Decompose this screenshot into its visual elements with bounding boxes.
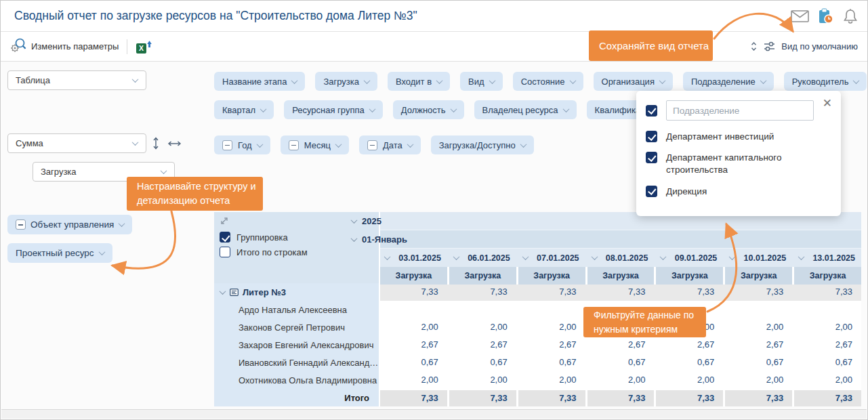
value-cell: 2,67 — [380, 336, 447, 354]
filter-chip[interactable]: Загрузка — [315, 72, 377, 91]
collapse-icon[interactable] — [289, 140, 299, 150]
collapse-icon[interactable] — [222, 140, 232, 150]
aggregation-select[interactable]: Сумма — [7, 133, 146, 153]
table-row[interactable]: Ардо Наталья Алексеевна — [214, 301, 861, 318]
table-row[interactable]: Литер №37,337,337,337,337,337,337,33 — [214, 283, 861, 301]
filter-chip[interactable]: Должность — [393, 100, 464, 119]
column-header[interactable]: 06.01.2025 — [449, 249, 516, 267]
filter-chip[interactable]: Месяц — [281, 135, 349, 154]
measure-value: Загрузка — [41, 167, 77, 177]
grouping-checkbox[interactable] — [220, 232, 230, 243]
column-header[interactable]: 08.01.2025 — [587, 249, 655, 267]
month-header[interactable]: 01-Январь — [380, 230, 861, 249]
header-icons — [791, 1, 858, 31]
value-cell: 7,33 — [587, 283, 655, 301]
report-window: Сводный отчет по загрузке ресурсов на "С… — [0, 0, 868, 420]
filter-chip[interactable]: Организация — [594, 72, 673, 91]
column-header[interactable]: 13.01.2025 — [794, 249, 861, 267]
filter-chip[interactable]: Входит в — [388, 72, 450, 91]
collapse-icon[interactable] — [16, 219, 26, 230]
item-checkbox[interactable] — [646, 186, 657, 197]
chevron-down-icon — [760, 77, 766, 84]
row-dimension-chip[interactable]: Проектный ресурс — [7, 243, 112, 263]
table-row[interactable]: Законов Сергей Петрович2,002,002,002,002… — [214, 318, 861, 336]
chevron-down-icon — [436, 77, 443, 84]
column-header[interactable]: 07.01.2025 — [518, 249, 585, 267]
column-header[interactable]: 03.01.2025 — [380, 249, 447, 267]
bottom-strip — [1, 409, 867, 419]
filter-chip[interactable]: Год — [214, 135, 270, 154]
close-icon[interactable]: ✕ — [823, 98, 832, 109]
sort-updown-icon[interactable] — [750, 41, 758, 52]
table-row[interactable]: Итого7,337,337,337,337,337,337,33 — [214, 389, 861, 406]
totals-rows-checkbox[interactable] — [220, 247, 230, 257]
filter-chip[interactable]: Состояние — [513, 72, 583, 91]
select-all-checkbox[interactable] — [646, 105, 657, 117]
filter-chip[interactable]: Дата — [359, 135, 421, 154]
view-type-select[interactable]: Таблица — [7, 70, 146, 90]
table-row[interactable]: Ивановский Геннадий Александ…0,670,670,6… — [214, 354, 861, 371]
item-checkbox[interactable] — [646, 152, 657, 163]
value-cell: 2,00 — [380, 318, 447, 336]
table-row[interactable]: Охотникова Ольга Владимировна2,002,002,0… — [214, 371, 861, 389]
filter-chip[interactable]: Руководитель — [784, 72, 867, 91]
filter-chip[interactable]: Вид — [460, 72, 503, 91]
callout-structure-line2: детализацию отчета — [137, 194, 253, 208]
expand-icon[interactable] — [220, 216, 229, 228]
value-cell: 7,33 — [449, 389, 516, 406]
pivot-body: Литер №37,337,337,337,337,337,337,33Ардо… — [214, 283, 861, 406]
value-cell: 7,33 — [794, 389, 861, 406]
value-cell: 2,00 — [725, 318, 792, 336]
magnifier-gear-icon — [10, 38, 26, 55]
person-row-label: Охотникова Ольга Владимировна — [214, 375, 377, 385]
column-header[interactable]: 10.01.2025 — [725, 249, 792, 267]
toolbar-divider — [127, 39, 127, 54]
value-cell: 7,33 — [518, 283, 585, 301]
collapse-icon[interactable] — [367, 140, 377, 150]
mail-icon[interactable] — [791, 9, 809, 23]
popup-item[interactable]: Дирекция — [646, 186, 831, 198]
callout-structure: Настраивайте структуру и детализацию отч… — [127, 177, 263, 211]
vertical-arrow-icon — [152, 137, 159, 150]
filter-chip[interactable]: Загрузка/Доступно — [431, 135, 534, 154]
filter-chip[interactable]: Владелец ресурса — [474, 100, 577, 119]
filter-chip[interactable]: Название этапа — [214, 72, 305, 91]
value-cell: 7,33 — [725, 283, 792, 301]
chevron-down-icon — [119, 220, 125, 227]
bell-icon[interactable] — [843, 8, 858, 24]
chevron-down-icon[interactable] — [351, 217, 358, 224]
popup-search-input[interactable] — [666, 100, 814, 121]
chevron-down-icon[interactable] — [351, 235, 358, 242]
value-cell: 2,67 — [518, 336, 585, 354]
filter-chip-label: Организация — [602, 77, 655, 87]
chevron-down-icon — [407, 141, 413, 148]
filter-chip[interactable]: Подразделение — [683, 72, 774, 91]
measure-header: Загрузка — [449, 267, 516, 285]
value-cell: 0,67 — [656, 354, 723, 371]
popup-item[interactable]: Департамент капитального строительства — [646, 152, 831, 176]
value-cell: 2,67 — [794, 336, 861, 354]
table-row[interactable]: Захаров Евгений Александрович2,672,672,6… — [214, 336, 861, 354]
chevron-down-icon — [132, 76, 139, 83]
filter-chip[interactable]: Квартал — [214, 100, 274, 119]
edit-params-button[interactable]: Изменить параметры — [10, 38, 119, 55]
view-default-label[interactable]: Вид по умолчанию — [781, 41, 858, 51]
row-values: 7,337,337,337,337,337,337,33 — [380, 389, 861, 406]
callout-filter-line1: Фильтруйте данные по — [594, 308, 696, 322]
column-header-label: 08.01.2025 — [606, 253, 648, 263]
row-dimension-label: Проектный ресурс — [16, 248, 94, 258]
value-cell: 7,33 — [725, 389, 792, 406]
measure-header: Загрузка — [380, 267, 447, 285]
row-label-cell: Литер №3 — [214, 283, 379, 301]
filter-chip[interactable]: Ресурсная группа — [284, 100, 383, 119]
chevron-down-icon — [384, 253, 391, 260]
column-header[interactable]: 09.01.2025 — [656, 249, 723, 267]
view-settings-sliders-icon[interactable] — [764, 41, 775, 51]
value-cell: 7,33 — [587, 389, 655, 406]
item-checkbox[interactable] — [646, 131, 657, 142]
row-dimension-chip[interactable]: Объект управления — [7, 215, 132, 234]
tasks-clipboard-icon[interactable] — [818, 8, 834, 24]
excel-export-icon[interactable]: X — [136, 39, 152, 54]
row-values: 0,670,670,670,670,670,670,67 — [380, 354, 861, 371]
popup-item[interactable]: Департамент инвестиций — [646, 131, 831, 143]
